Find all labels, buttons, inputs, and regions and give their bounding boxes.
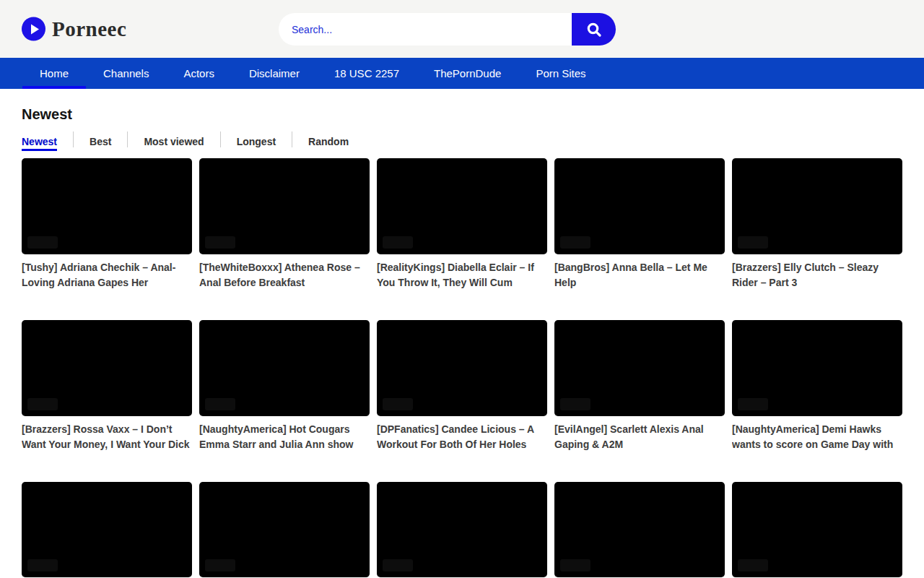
duration-badge <box>738 398 768 410</box>
video-grid: [Tushy] Adriana Chechik – Anal-Loving Ad… <box>22 158 902 578</box>
tab-best[interactable]: Best <box>90 131 111 151</box>
brand-name: Porneec <box>52 17 126 41</box>
play-icon <box>22 17 45 41</box>
page-title: Newest <box>22 106 902 123</box>
nav-item-disclaimer[interactable]: Disclaimer <box>232 58 317 89</box>
video-title[interactable]: [BangBros] Anna Bella – Let Me Help <box>554 260 725 290</box>
video-thumbnail[interactable] <box>22 482 192 578</box>
duration-badge <box>560 559 590 571</box>
video-card[interactable] <box>377 482 547 578</box>
header: Porneec <box>0 0 924 58</box>
duration-badge <box>27 398 58 410</box>
nav-item-home[interactable]: Home <box>22 58 86 89</box>
video-card[interactable]: [DPFanatics] Candee Licious – A Workout … <box>377 320 547 452</box>
video-thumbnail[interactable] <box>22 158 192 254</box>
video-card[interactable]: [Tushy] Adriana Chechik – Anal-Loving Ad… <box>22 158 192 290</box>
video-card[interactable] <box>732 482 902 578</box>
search-input[interactable] <box>279 13 572 46</box>
video-card[interactable]: [TheWhiteBoxxx] Athenea Rose – Anal Befo… <box>199 158 370 290</box>
video-title[interactable]: [EvilAngel] Scarlett Alexis Anal Gaping … <box>554 422 725 452</box>
video-title[interactable]: [Brazzers] Elly Clutch – Sleazy Rider – … <box>732 260 902 290</box>
video-thumbnail[interactable] <box>22 320 192 416</box>
search-button[interactable] <box>572 13 616 46</box>
duration-badge <box>383 398 413 410</box>
main-content: Newest Newest Best Most viewed Longest R… <box>0 106 924 578</box>
video-title[interactable]: [RealityKings] Diabella Eclair – If You … <box>377 260 547 290</box>
duration-badge <box>27 559 58 571</box>
duration-badge <box>560 398 590 410</box>
video-card[interactable] <box>22 482 192 578</box>
sort-tabs: Newest Best Most viewed Longest Random <box>22 131 902 151</box>
duration-badge <box>205 236 235 249</box>
video-thumbnail[interactable] <box>732 320 902 416</box>
video-thumbnail[interactable] <box>732 482 902 578</box>
video-title[interactable]: [Tushy] Adriana Chechik – Anal-Loving Ad… <box>22 260 192 290</box>
video-thumbnail[interactable] <box>199 482 370 578</box>
duration-badge <box>383 236 413 249</box>
tab-divider <box>220 131 221 147</box>
nav-item-18-usc-2257[interactable]: 18 USC 2257 <box>317 58 417 89</box>
video-card[interactable]: [RealityKings] Diabella Eclair – If You … <box>377 158 547 290</box>
tab-divider <box>73 131 74 147</box>
main-nav: Home Channels Actors Disclaimer 18 USC 2… <box>0 58 924 89</box>
duration-badge <box>560 236 590 249</box>
video-thumbnail[interactable] <box>554 158 725 254</box>
video-thumbnail[interactable] <box>732 158 902 254</box>
tab-divider <box>127 131 128 147</box>
video-title[interactable]: [NaughtyAmerica] Demi Hawks wants to sco… <box>732 422 902 452</box>
duration-badge <box>205 559 235 571</box>
video-thumbnail[interactable] <box>377 158 547 254</box>
video-card[interactable]: [BangBros] Anna Bella – Let Me Help <box>554 158 725 290</box>
video-title[interactable]: [Brazzers] Rossa Vaxx – I Don’t Want You… <box>22 422 192 452</box>
video-card[interactable]: [NaughtyAmerica] Demi Hawks wants to sco… <box>732 320 902 452</box>
video-card[interactable]: [NaughtyAmerica] Hot Cougars Emma Starr … <box>199 320 370 452</box>
video-card[interactable] <box>199 482 370 578</box>
video-card[interactable] <box>554 482 725 578</box>
video-thumbnail[interactable] <box>199 320 370 416</box>
nav-item-theporndude[interactable]: ThePornDude <box>417 58 518 89</box>
video-thumbnail[interactable] <box>199 158 370 254</box>
tab-most-viewed[interactable]: Most viewed <box>144 131 204 151</box>
search-bar <box>279 13 616 46</box>
video-card[interactable]: [Brazzers] Rossa Vaxx – I Don’t Want You… <box>22 320 192 452</box>
video-title[interactable]: [DPFanatics] Candee Licious – A Workout … <box>377 422 547 452</box>
nav-item-porn-sites[interactable]: Porn Sites <box>518 58 603 89</box>
search-icon <box>585 21 603 38</box>
brand-logo[interactable]: Porneec <box>22 17 126 41</box>
video-thumbnail[interactable] <box>377 320 547 416</box>
nav-item-actors[interactable]: Actors <box>166 58 232 89</box>
video-title[interactable]: [NaughtyAmerica] Hot Cougars Emma Starr … <box>199 422 370 452</box>
video-card[interactable]: [Brazzers] Elly Clutch – Sleazy Rider – … <box>732 158 902 290</box>
duration-badge <box>27 236 58 249</box>
duration-badge <box>383 559 413 571</box>
tab-newest[interactable]: Newest <box>22 131 57 151</box>
video-title[interactable]: [TheWhiteBoxxx] Athenea Rose – Anal Befo… <box>199 260 370 290</box>
tab-divider <box>292 131 292 147</box>
video-thumbnail[interactable] <box>554 482 725 578</box>
duration-badge <box>738 559 768 571</box>
duration-badge <box>205 398 235 410</box>
nav-item-channels[interactable]: Channels <box>86 58 166 89</box>
tab-random[interactable]: Random <box>308 131 349 151</box>
video-thumbnail[interactable] <box>554 320 725 416</box>
tab-longest[interactable]: Longest <box>237 131 276 151</box>
video-card[interactable]: [EvilAngel] Scarlett Alexis Anal Gaping … <box>554 320 725 452</box>
video-thumbnail[interactable] <box>377 482 547 578</box>
duration-badge <box>738 236 768 249</box>
